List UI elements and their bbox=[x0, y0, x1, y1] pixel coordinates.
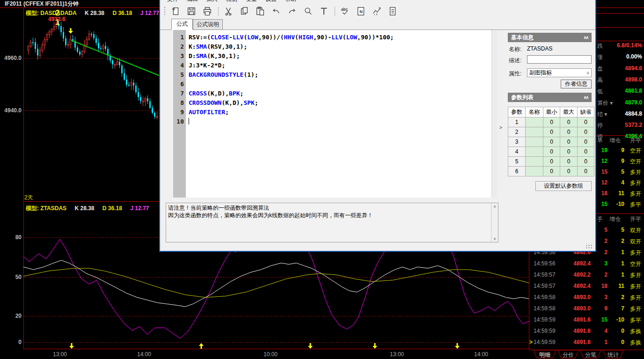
param-value-cell[interactable] bbox=[526, 167, 543, 176]
set-default-params-button[interactable]: 设置默认参数组 bbox=[535, 181, 592, 191]
scroll-up-icon[interactable]: ∧ bbox=[491, 204, 498, 209]
document-button[interactable] bbox=[387, 5, 399, 17]
formula-tab-active[interactable]: 公式 bbox=[171, 19, 193, 30]
of-position-change: -10 bbox=[606, 201, 624, 207]
of-action: 多开 bbox=[630, 179, 641, 187]
param-value-cell[interactable] bbox=[526, 147, 543, 157]
param-value-cell[interactable]: 0 bbox=[578, 117, 594, 127]
redo-button[interactable] bbox=[286, 5, 298, 17]
warning-line-2: 因为这类函数的特点，策略的效果会因为k线数据的起始时间不同，而有一些差异！ bbox=[168, 212, 490, 219]
spellcheck-icon: abc bbox=[340, 6, 350, 16]
tab-item[interactable]: 统计 bbox=[607, 351, 619, 359]
tab-item[interactable]: 分价 bbox=[563, 351, 574, 359]
print-button[interactable] bbox=[201, 5, 213, 17]
param-value-cell[interactable]: 0 bbox=[543, 157, 560, 167]
param-value-cell[interactable]: 0 bbox=[578, 147, 594, 157]
code-line[interactable]: 1RSV:=(CLOSE-LLV(LOW,90))/(HHV(HIGH,90)-… bbox=[173, 33, 497, 42]
tape-price: 4892.2 bbox=[563, 271, 591, 278]
new-window-button[interactable]: N bbox=[355, 5, 367, 17]
editor-scrollbar[interactable] bbox=[491, 30, 497, 198]
indicator-button[interactable] bbox=[371, 5, 383, 17]
menu-item[interactable]: 编辑 bbox=[183, 0, 202, 3]
tape-volume: 4 bbox=[589, 328, 607, 334]
param-value-cell[interactable]: 0 bbox=[543, 117, 560, 127]
y-tick-label: 50 bbox=[0, 274, 22, 280]
params-list-header[interactable]: 参数列表 ∧∧ bbox=[508, 93, 592, 102]
param-value-cell[interactable]: 0 bbox=[578, 157, 594, 167]
code-line[interactable]: 10 bbox=[173, 117, 497, 126]
menu-item[interactable]: 设置 bbox=[261, 0, 281, 3]
scroll-down-icon[interactable]: ∨ bbox=[491, 236, 498, 241]
code-line[interactable]: 6 bbox=[173, 80, 497, 89]
param-value-cell[interactable]: 0 bbox=[543, 127, 560, 137]
x-tick-label: 13:00 bbox=[53, 351, 67, 358]
param-value-cell[interactable] bbox=[526, 117, 543, 127]
param-value-cell[interactable] bbox=[526, 137, 543, 147]
description-field[interactable] bbox=[527, 55, 592, 64]
main-k-value: K 28.38 bbox=[85, 10, 104, 16]
param-value-cell[interactable]: 0 bbox=[543, 137, 560, 147]
code-text: D:SMA(K,30,1); bbox=[189, 51, 240, 61]
menu-item[interactable]: 变量 bbox=[242, 0, 261, 3]
tab-active[interactable]: 明细 bbox=[539, 351, 550, 359]
menu-item[interactable]: 检测 bbox=[222, 0, 242, 3]
menu-item[interactable]: 帮助 bbox=[281, 0, 300, 3]
kdj-k-value: K 28.38 bbox=[74, 205, 94, 212]
resize-grip[interactable] bbox=[586, 243, 593, 249]
param-value-cell[interactable]: 0 bbox=[560, 117, 578, 127]
code-text: CROSSDOWN(K,D),SPK; bbox=[189, 98, 258, 108]
code-line[interactable]: 5BACKGROUNDSTYLE(1); bbox=[173, 70, 497, 80]
sidebar-collapse-handle[interactable]: > bbox=[498, 124, 504, 131]
range-label: 2天 bbox=[24, 194, 33, 202]
paste-button[interactable] bbox=[254, 5, 266, 17]
attribute-dropdown[interactable]: 副图指标 ˅ bbox=[527, 68, 592, 77]
window-title: IF2011 (CFFEX IF2011)1分钟 bbox=[5, 0, 79, 7]
high-price-label: 4973.6 bbox=[48, 16, 66, 22]
spellcheck-button[interactable]: abc bbox=[339, 5, 351, 17]
param-value-cell[interactable]: 0 bbox=[560, 147, 578, 157]
param-value-cell[interactable]: 0 bbox=[578, 167, 594, 176]
tape-volume: 3 bbox=[589, 260, 607, 267]
param-value-cell[interactable]: 0 bbox=[578, 127, 594, 137]
cut-button[interactable] bbox=[222, 5, 234, 17]
code-line[interactable]: 9AUTOFILTER; bbox=[173, 108, 497, 117]
params-col-header: 名称 bbox=[526, 107, 543, 117]
param-value-cell[interactable]: 0 bbox=[543, 147, 560, 157]
warning-scrollbar[interactable]: ∧ ∨ bbox=[491, 203, 498, 242]
save-button[interactable] bbox=[185, 5, 198, 17]
author-info-button[interactable]: 作者信息 bbox=[561, 80, 592, 88]
undo-icon bbox=[271, 6, 281, 16]
code-line[interactable]: 2K:SMA(RSV,30,1); bbox=[173, 42, 497, 51]
new-doc-button[interactable] bbox=[169, 5, 182, 17]
param-value-cell[interactable] bbox=[526, 127, 543, 137]
code-line[interactable]: 8CROSSDOWN(K,D),SPK; bbox=[173, 98, 497, 108]
params-row: 5000 bbox=[508, 157, 594, 167]
basic-info-header[interactable]: 基本信息 ∧∧ bbox=[508, 33, 592, 42]
tape-position-change: 2 bbox=[606, 294, 624, 300]
menu-item[interactable]: 插入 bbox=[202, 0, 222, 3]
menu-item[interactable]: 文件 bbox=[163, 0, 183, 3]
save-icon bbox=[186, 6, 197, 16]
param-value-cell[interactable]: 0 bbox=[560, 127, 578, 137]
code-line[interactable]: 4J:3*K-2*D; bbox=[173, 61, 497, 70]
copy-button[interactable] bbox=[238, 5, 250, 17]
toolbar-gripper[interactable] bbox=[164, 6, 166, 16]
code-line[interactable]: 3D:SMA(K,30,1); bbox=[173, 51, 497, 61]
code-editor[interactable]: 1RSV:=(CLOSE-LLV(LOW,90))/(HHV(HIGH,90)-… bbox=[173, 30, 497, 198]
search-button[interactable] bbox=[302, 5, 314, 17]
param-value-cell[interactable]: 0 bbox=[560, 157, 578, 167]
tape-action: 多换 bbox=[630, 339, 641, 347]
param-value-cell[interactable] bbox=[526, 157, 543, 167]
formula-tab[interactable]: 公式说明 bbox=[193, 19, 223, 30]
attribute-label: 属性: bbox=[509, 70, 521, 78]
y-tick-label: 80 bbox=[0, 234, 22, 241]
text-button[interactable] bbox=[318, 5, 330, 17]
param-value-cell[interactable]: 0 bbox=[543, 167, 560, 176]
param-value-cell[interactable]: 0 bbox=[560, 137, 578, 147]
code-line[interactable]: 7CROSS(K,D),BPK; bbox=[173, 89, 497, 98]
tape-action: 多开 bbox=[630, 283, 641, 291]
param-value-cell[interactable]: 0 bbox=[560, 167, 578, 176]
tab-item[interactable]: 分笔 bbox=[585, 351, 596, 359]
param-value-cell[interactable]: 0 bbox=[578, 137, 594, 147]
undo-button[interactable] bbox=[270, 5, 282, 17]
